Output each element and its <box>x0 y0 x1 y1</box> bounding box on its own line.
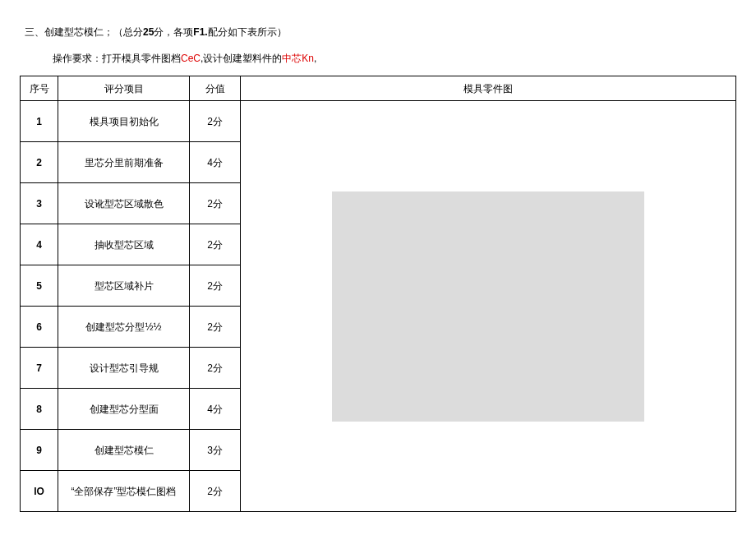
cell-idx: 6 <box>21 307 58 348</box>
cell-item: 创建型芯分型面 <box>58 389 190 430</box>
cell-score: 2分 <box>190 348 241 389</box>
cell-idx: 5 <box>21 265 58 307</box>
section-heading: 三、创建型芯模仁；（总分25分，各项F1.配分如下表所示） <box>25 25 736 39</box>
cell-item: 设计型芯引导规 <box>58 348 190 389</box>
operation-requirement: 操作要求：打开模具零件图档CeC,设计创建塑料件的中芯Kn, <box>53 51 736 66</box>
table-wrapper: 序号 评分项目 分值 模具零件图 1 模具项目初始化 2分 2 里芯分里前期准备… <box>20 76 736 512</box>
scoring-table: 序号 评分项目 分值 模具零件图 1 模具项目初始化 2分 2 里芯分里前期准备… <box>20 76 736 512</box>
cell-idx: 8 <box>21 389 58 430</box>
table-body: 1 模具项目初始化 2分 2 里芯分里前期准备 4分 3 设讹型芯区域散色 2分… <box>21 101 736 512</box>
table-row: 1 模具项目初始化 2分 <box>21 101 736 142</box>
subline-label: 操作要求：打开模具零件图档 <box>53 53 181 64</box>
cell-score: 4分 <box>190 142 241 183</box>
cell-item: 型芯区域补片 <box>58 265 190 307</box>
cell-item: 创建型芯模仁 <box>58 430 190 471</box>
cell-item: 抽收型芯区域 <box>58 224 190 265</box>
cell-idx: IO <box>21 471 58 512</box>
image-placeholder <box>332 191 644 422</box>
cell-score: 2分 <box>190 265 241 307</box>
cell-idx: 9 <box>21 430 58 471</box>
cell-idx: 2 <box>21 142 58 183</box>
cell-idx: 7 <box>21 348 58 389</box>
cell-item: 模具项目初始化 <box>58 101 190 142</box>
cell-score: 3分 <box>190 430 241 471</box>
cell-score: 2分 <box>190 183 241 224</box>
cell-idx: 3 <box>21 183 58 224</box>
cell-score: 2分 <box>190 307 241 348</box>
subline-mid: ,设计创建塑料件的 <box>201 53 282 64</box>
col-image: 模具零件图 <box>241 76 736 101</box>
cell-score: 2分 <box>190 101 241 142</box>
heading-total: 25 <box>143 26 154 38</box>
cell-score: 4分 <box>190 389 241 430</box>
cell-idx: 4 <box>21 224 58 265</box>
heading-suffix: 配分如下表所示） <box>208 26 287 38</box>
subline-red1: CeC <box>181 53 201 64</box>
heading-f1: F1. <box>193 26 207 38</box>
cell-item: 里芯分里前期准备 <box>58 142 190 183</box>
cell-image <box>241 101 736 512</box>
heading-prefix: 三、创建型芯模仁；（总分 <box>25 26 143 38</box>
subline-end: , <box>314 53 316 64</box>
heading-mid: 分，各项 <box>154 26 193 38</box>
col-item: 评分项目 <box>58 76 190 101</box>
cell-item: 创建型芯分型½½ <box>58 307 190 348</box>
cell-score: 2分 <box>190 224 241 265</box>
col-score: 分值 <box>190 76 241 101</box>
cell-score: 2分 <box>190 471 241 512</box>
col-idx: 序号 <box>21 76 58 101</box>
subline-red2: 中芯Kn <box>282 53 314 64</box>
cell-idx: 1 <box>21 101 58 142</box>
table-header-row: 序号 评分项目 分值 模具零件图 <box>21 76 736 101</box>
cell-item: “全部保存”型芯模仁图档 <box>58 471 190 512</box>
cell-item: 设讹型芯区域散色 <box>58 183 190 224</box>
